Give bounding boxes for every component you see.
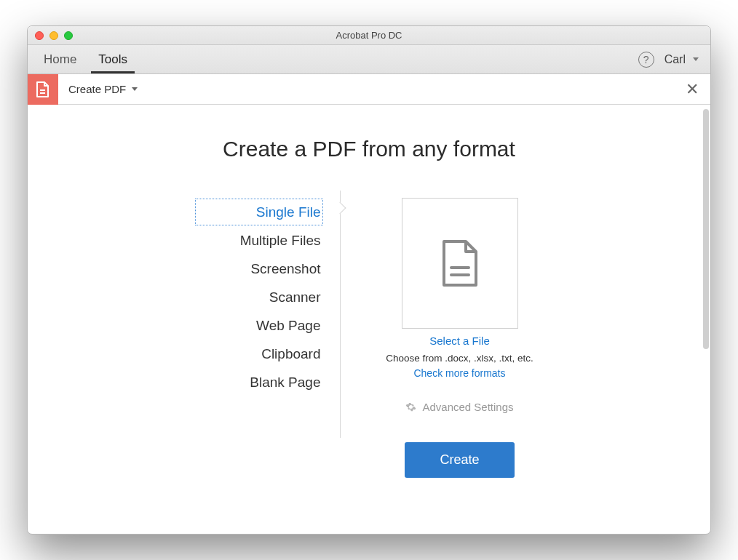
file-drop-zone[interactable] <box>402 198 518 329</box>
divider <box>340 198 341 478</box>
check-more-formats-link[interactable]: Check more formats <box>413 367 505 379</box>
window-title: Acrobat Pro DC <box>28 30 710 41</box>
user-menu[interactable]: Carl <box>664 45 702 73</box>
source-screenshot[interactable]: Screenshot <box>194 255 324 283</box>
source-multiple-files[interactable]: Multiple Files <box>194 226 324 255</box>
user-name: Carl <box>664 53 686 66</box>
source-scanner[interactable]: Scanner <box>194 283 324 311</box>
create-pdf-tile-icon <box>28 74 58 105</box>
help-icon[interactable]: ? <box>638 52 654 68</box>
tool-name-dropdown[interactable]: Create PDF <box>58 83 138 95</box>
scrollbar[interactable] <box>703 109 709 349</box>
close-tool-button[interactable]: ✕ <box>686 81 699 97</box>
gear-icon <box>405 401 416 412</box>
source-blank-page[interactable]: Blank Page <box>194 368 324 396</box>
minimize-window-button[interactable] <box>49 31 58 40</box>
right-panel: Select a File Choose from .docx, .xlsx, … <box>341 198 544 478</box>
tool-header: Create PDF ✕ <box>28 74 710 105</box>
source-clipboard[interactable]: Clipboard <box>194 340 324 368</box>
create-button[interactable]: Create <box>405 442 514 478</box>
titlebar: Acrobat Pro DC <box>28 26 710 45</box>
chevron-down-icon <box>693 57 699 61</box>
source-single-file[interactable]: Single File <box>194 198 324 226</box>
chevron-down-icon <box>132 87 138 91</box>
tool-name-label: Create PDF <box>68 83 126 95</box>
traffic-lights <box>35 31 73 40</box>
source-list: Single File Multiple Files Screenshot Sc… <box>194 198 340 478</box>
page-title: Create a PDF from any format <box>28 137 710 161</box>
app-window: Acrobat Pro DC Home Tools ? Carl Create … <box>27 25 711 535</box>
close-window-button[interactable] <box>35 31 44 40</box>
source-web-page[interactable]: Web Page <box>194 311 324 340</box>
advanced-settings: Advanced Settings <box>376 401 544 413</box>
top-tabbar: Home Tools ? Carl <box>28 45 710 74</box>
advanced-settings-label: Advanced Settings <box>422 401 513 413</box>
format-hint: Choose from .docx, .xlsx, .txt, etc. <box>376 353 544 364</box>
zoom-window-button[interactable] <box>64 31 73 40</box>
main-area: Create a PDF from any format Single File… <box>28 105 710 534</box>
tab-tools[interactable]: Tools <box>91 45 135 73</box>
select-file-link[interactable]: Select a File <box>429 335 490 347</box>
document-icon <box>440 239 480 288</box>
tab-home[interactable]: Home <box>36 45 84 73</box>
